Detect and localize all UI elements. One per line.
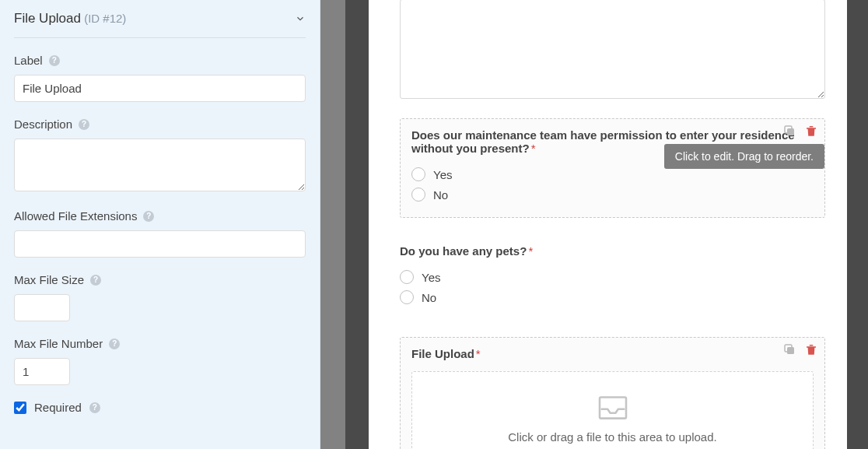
divider-col-dark <box>345 0 369 449</box>
trash-icon[interactable] <box>804 342 818 356</box>
radio-option[interactable]: Yes <box>400 267 825 287</box>
radio-icon <box>411 188 425 202</box>
trash-icon[interactable] <box>804 124 818 138</box>
label-title: Label <box>14 54 43 67</box>
question-block-permission[interactable]: Click to edit. Drag to reorder. Does our… <box>400 118 825 218</box>
maxnum-title: Max File Number <box>14 337 103 350</box>
required-label: Required <box>34 401 82 414</box>
settings-sidebar: File Upload (ID #12) Label ? Description… <box>0 0 320 449</box>
radio-label: No <box>422 291 436 304</box>
required-checkbox[interactable] <box>14 402 26 414</box>
file-upload-block[interactable]: File Upload* Click or drag a file to thi… <box>400 337 825 449</box>
divider-col <box>320 0 345 449</box>
panel-title: File Upload <box>14 11 81 26</box>
preview-page: Click to edit. Drag to reorder. Does our… <box>369 0 847 449</box>
radio-label: No <box>433 188 448 202</box>
duplicate-icon[interactable] <box>782 124 796 138</box>
upload-dropzone[interactable]: Click or drag a file to this area to upl… <box>411 371 814 449</box>
preview-pane: Click to edit. Drag to reorder. Does our… <box>369 0 868 449</box>
required-star: * <box>528 244 533 258</box>
chevron-down-icon[interactable] <box>295 13 306 24</box>
description-title: Description <box>14 118 72 131</box>
maxsize-input[interactable] <box>14 294 70 321</box>
label-input[interactable] <box>14 75 306 102</box>
question-label: Do you have any pets? <box>400 244 527 258</box>
question-block-pets[interactable]: Do you have any pets?* Yes No <box>400 235 825 320</box>
help-icon[interactable]: ? <box>89 402 100 413</box>
help-icon[interactable]: ? <box>49 55 60 66</box>
field-description: Description ? <box>14 118 306 194</box>
maxsize-title: Max File Size <box>14 273 84 286</box>
radio-label: Yes <box>422 271 440 284</box>
radio-option[interactable]: No <box>411 184 814 205</box>
help-icon[interactable]: ? <box>109 339 120 349</box>
field-maxnum: Max File Number ? <box>14 337 306 385</box>
required-star: * <box>476 347 481 360</box>
help-icon[interactable]: ? <box>143 211 154 222</box>
field-required: Required ? <box>14 401 306 414</box>
required-star: * <box>531 142 536 155</box>
duplicate-icon[interactable] <box>782 342 796 356</box>
upload-text: Click or drag a file to this area to upl… <box>508 430 716 444</box>
upload-label: File Upload <box>411 347 474 360</box>
radio-label: Yes <box>433 168 452 181</box>
extensions-title: Allowed File Extensions <box>14 209 137 223</box>
edit-tooltip: Click to edit. Drag to reorder. <box>664 144 824 169</box>
panel-id: (ID #12) <box>84 12 126 25</box>
field-extensions: Allowed File Extensions ? <box>14 209 306 258</box>
svg-rect-0 <box>787 128 794 135</box>
field-label: Label ? <box>14 54 306 102</box>
help-icon[interactable]: ? <box>79 119 89 130</box>
extensions-input[interactable] <box>14 230 306 258</box>
radio-icon <box>400 290 414 304</box>
panel-header[interactable]: File Upload (ID #12) <box>14 0 306 38</box>
help-icon[interactable]: ? <box>90 275 101 286</box>
radio-option[interactable]: No <box>400 287 825 307</box>
preview-textarea[interactable] <box>400 0 825 99</box>
description-input[interactable] <box>14 139 306 191</box>
radio-icon <box>400 270 414 284</box>
field-maxsize: Max File Size ? <box>14 273 306 321</box>
inbox-icon <box>597 395 629 421</box>
maxnum-input[interactable] <box>14 358 70 385</box>
svg-rect-2 <box>787 347 794 354</box>
radio-icon <box>411 167 425 181</box>
